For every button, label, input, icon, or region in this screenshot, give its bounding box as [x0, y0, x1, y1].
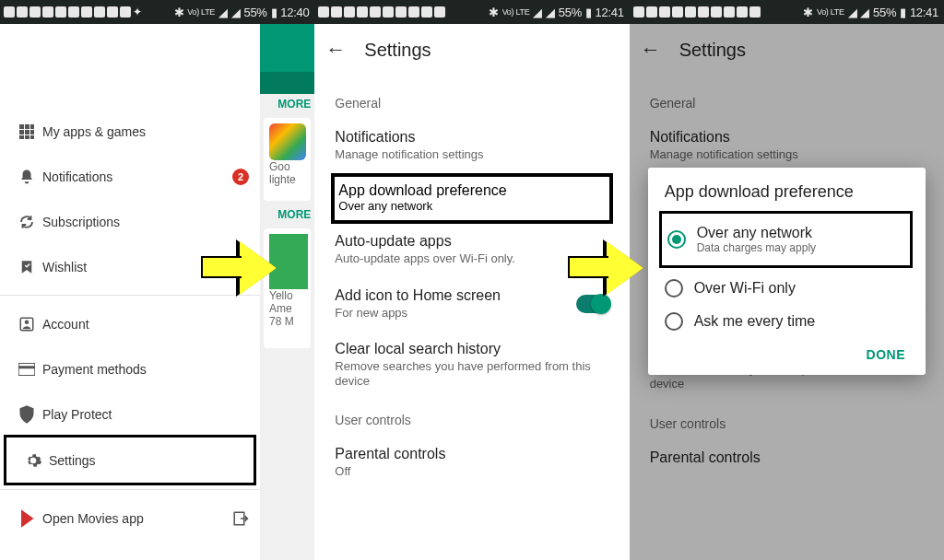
- option-sub: Data charges may apply: [697, 241, 816, 254]
- pref-title: App download preference: [338, 182, 605, 199]
- nav-label: Account: [42, 317, 249, 332]
- svg-rect-4: [25, 130, 30, 134]
- status-icon: [120, 6, 131, 18]
- highlight-app-download: App download preference Over any network: [331, 173, 612, 224]
- radio-icon: [665, 312, 683, 331]
- step-arrow-1: [201, 241, 280, 295]
- highlight-settings: Settings: [4, 435, 256, 485]
- nav-subscriptions[interactable]: Subscriptions: [0, 199, 260, 244]
- gear-icon: [18, 451, 49, 470]
- pref-title: Notifications: [335, 129, 608, 146]
- nav-label: Subscriptions: [42, 215, 249, 229]
- section-general: General: [314, 83, 629, 120]
- pref-title: Clear local search history: [335, 341, 608, 357]
- svg-rect-2: [30, 124, 34, 129]
- nav-label: Open Movies app: [42, 511, 232, 526]
- battery-label: 55%: [243, 6, 266, 19]
- svg-rect-0: [19, 124, 24, 129]
- pref-title: Add icon to Home screen: [335, 287, 568, 304]
- nav-label: Payment methods: [42, 362, 249, 377]
- status-icon: [94, 6, 105, 18]
- svg-rect-1: [25, 124, 30, 129]
- pref-app-download[interactable]: App download preference Over any network: [338, 182, 605, 213]
- status-icon: [17, 6, 28, 18]
- dialog-title: App download preference: [661, 182, 913, 202]
- nav-my-apps[interactable]: My apps & games: [0, 109, 260, 154]
- exit-icon: [232, 510, 249, 527]
- nav-label: Settings: [49, 453, 242, 468]
- nav-payment[interactable]: Payment methods: [0, 346, 260, 391]
- pref-notifications[interactable]: NotificationsManage notification setting…: [314, 120, 629, 173]
- wifi-icon: ◢: [218, 6, 228, 19]
- status-bar: ✦ ✱ Vo) LTE ◢ ◢ 55% ▮ 12:40: [0, 0, 314, 24]
- nav-label: My apps & games: [42, 124, 249, 139]
- radio-icon: [667, 230, 686, 249]
- radio-over-wifi[interactable]: Over Wi-Fi only: [661, 272, 913, 305]
- svg-rect-7: [25, 135, 30, 139]
- page-title: Settings: [364, 40, 431, 61]
- highlight-option-any-network: Over any network Data charges may apply: [659, 211, 913, 268]
- apps-icon: [11, 123, 42, 140]
- pref-clear-history[interactable]: Clear local search historyRemove searche…: [314, 332, 629, 401]
- pref-title: Parental controls: [335, 446, 608, 462]
- signal-icon: ◢: [231, 6, 241, 19]
- status-icon: [68, 6, 79, 18]
- nav-settings[interactable]: Settings: [6, 438, 254, 483]
- divider: [0, 489, 260, 490]
- option-label: Ask me every time: [694, 313, 816, 330]
- toggle-add-icon[interactable]: [576, 295, 609, 313]
- divider: [0, 295, 260, 296]
- option-label: Over Wi-Fi only: [694, 280, 796, 297]
- radio-icon: [665, 279, 683, 298]
- notification-badge: 2: [232, 169, 249, 185]
- refresh-icon: [11, 214, 42, 230]
- screen-3-dialog: ✱Vo) LTE◢◢ 55%▮12:41 ← Settings General …: [630, 0, 944, 560]
- svg-rect-11: [18, 363, 35, 376]
- back-button[interactable]: ←: [325, 38, 346, 62]
- nav-play-protect[interactable]: Play Protect: [0, 391, 260, 437]
- pref-sub: For new apps: [335, 306, 568, 321]
- pref-sub: Remove searches you have performed from …: [335, 359, 608, 390]
- status-icon: [107, 6, 118, 18]
- appbar: ← Settings: [314, 24, 629, 76]
- svg-rect-3: [19, 130, 24, 134]
- status-bar: ✱Vo) LTE◢◢ 55%▮12:41: [630, 0, 944, 24]
- option-label: Over any network: [697, 225, 816, 241]
- shield-icon: [11, 405, 42, 424]
- bluetooth-icon: ✱: [174, 6, 184, 19]
- nav-label: Notifications: [42, 169, 232, 184]
- svg-rect-6: [19, 135, 24, 139]
- status-icon: [81, 6, 92, 18]
- net-label: Vo) LTE: [187, 7, 215, 17]
- status-icon: [42, 6, 53, 18]
- done-button[interactable]: DONE: [661, 338, 913, 366]
- radio-over-any-network[interactable]: Over any network Data charges may apply: [664, 217, 908, 262]
- nav-account[interactable]: Account: [0, 301, 260, 346]
- more-link[interactable]: MORE: [260, 94, 314, 114]
- peek-label: Goo lighte: [269, 160, 305, 186]
- person-icon: [11, 316, 42, 332]
- svg-point-10: [25, 320, 30, 324]
- bookmark-icon: [11, 259, 42, 275]
- svg-rect-5: [30, 130, 34, 134]
- peek-label: 78 M: [269, 315, 305, 328]
- status-icon: [55, 6, 66, 18]
- svg-rect-12: [18, 366, 35, 368]
- status-icon: [4, 6, 15, 18]
- nav-notifications[interactable]: Notifications 2: [0, 154, 260, 199]
- peek-label: Ame: [269, 302, 305, 315]
- nav-label: Play Protect: [42, 407, 249, 422]
- radio-ask-every-time[interactable]: Ask me every time: [661, 305, 913, 338]
- nav-open-movies[interactable]: Open Movies app: [0, 496, 260, 541]
- step-arrow-2: [568, 241, 647, 295]
- more-link[interactable]: MORE: [260, 204, 314, 225]
- bell-icon: [11, 169, 42, 185]
- card-icon: [11, 363, 42, 376]
- dialog-app-download-pref: App download preference Over any network…: [648, 168, 926, 375]
- status-icon: [30, 6, 41, 18]
- twitter-icon: ✦: [133, 6, 142, 18]
- section-user-controls: User controls: [314, 400, 629, 437]
- pref-parental[interactable]: Parental controlsOff: [314, 437, 629, 490]
- status-bar: ✱Vo) LTE◢◢ 55%▮12:41: [314, 0, 629, 24]
- battery-icon: ▮: [271, 6, 277, 19]
